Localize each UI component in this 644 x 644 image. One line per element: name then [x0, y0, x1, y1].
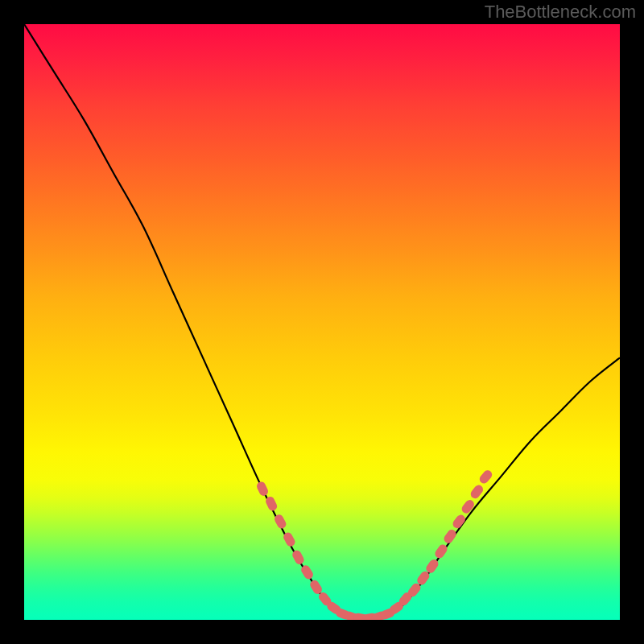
curve-marker — [255, 481, 270, 497]
curve-marker — [460, 498, 476, 515]
curve-svg — [24, 24, 620, 620]
bottleneck-curve — [24, 24, 620, 620]
watermark-text: TheBottleneck.com — [485, 2, 636, 23]
curve-marker — [478, 469, 494, 485]
curve-markers — [255, 469, 493, 620]
plot-area — [24, 24, 620, 620]
curve-marker — [442, 528, 457, 545]
